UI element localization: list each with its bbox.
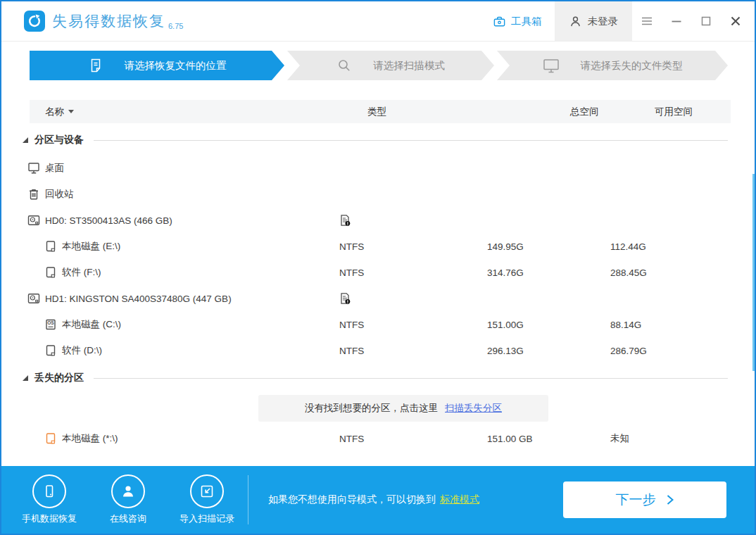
total-space: 314.76G bbox=[487, 267, 524, 277]
collapse-triangle-icon bbox=[23, 375, 28, 381]
online-consult-button[interactable]: 在线咨询 bbox=[97, 474, 159, 525]
sort-caret-icon bbox=[68, 110, 74, 113]
device-row[interactable]: 软件 (F:\)NTFS314.76G288.45G bbox=[1, 259, 755, 285]
action-label: 手机数据恢复 bbox=[22, 512, 77, 525]
fs-type: NTFS bbox=[339, 345, 364, 355]
consultant-icon bbox=[111, 474, 145, 508]
section-divider bbox=[94, 140, 728, 141]
document-icon bbox=[88, 58, 103, 73]
disk-info-icon bbox=[338, 291, 352, 306]
table-header: 名称 类型 总空间 可用空间 bbox=[30, 100, 731, 123]
app-logo-icon bbox=[24, 11, 45, 32]
fs-type: NTFS bbox=[339, 267, 364, 277]
step-label: 请选择恢复文件的位置 bbox=[125, 59, 227, 73]
minimize-icon bbox=[669, 14, 683, 28]
column-header-total: 总空间 bbox=[570, 106, 599, 118]
total-space: 151.00 GB bbox=[487, 433, 533, 443]
maximize-button[interactable] bbox=[691, 1, 721, 41]
recycle-bin-icon bbox=[27, 187, 41, 201]
section-title: 分区与设备 bbox=[34, 134, 84, 146]
device-row[interactable]: HD1: KINGSTON SA400S37480G (447 GB) bbox=[1, 285, 755, 311]
minimize-button[interactable] bbox=[662, 1, 691, 41]
mode-switch-text: 如果您不想使用向导模式，可以切换到标准模式 bbox=[268, 493, 479, 506]
maximize-icon bbox=[699, 14, 713, 28]
lost-partition-icon bbox=[44, 432, 58, 446]
device-row[interactable]: 回收站 bbox=[1, 181, 755, 207]
device-row[interactable]: 软件 (D:\)NTFS296.13G286.79G bbox=[1, 337, 755, 363]
device-name: HD0: ST3500413AS (466 GB) bbox=[45, 215, 172, 225]
footer-bar: 手机数据恢复 在线咨询 bbox=[1, 466, 755, 534]
next-step-button[interactable]: 下一步 bbox=[563, 482, 726, 518]
scrollbar-thumb[interactable] bbox=[752, 174, 755, 371]
monitor-icon bbox=[543, 58, 560, 74]
device-name: HD1: KINGSTON SA400S37480G (447 GB) bbox=[45, 293, 232, 303]
user-icon bbox=[569, 15, 582, 28]
phone-recovery-button[interactable]: 手机数据恢复 bbox=[18, 474, 80, 525]
phone-icon bbox=[32, 474, 66, 508]
column-header-name[interactable]: 名称 bbox=[45, 106, 74, 118]
action-label: 在线咨询 bbox=[110, 512, 146, 525]
total-space: 296.13G bbox=[487, 345, 524, 355]
action-label: 导入扫描记录 bbox=[179, 512, 234, 525]
login-button[interactable]: 未登录 bbox=[555, 1, 633, 41]
desktop-icon bbox=[27, 161, 41, 175]
toolbox-icon bbox=[493, 15, 506, 28]
menu-button[interactable] bbox=[632, 1, 662, 41]
step-label: 请选择扫描模式 bbox=[373, 59, 445, 73]
login-status-label: 未登录 bbox=[588, 15, 619, 28]
app-version: 6.75 bbox=[168, 22, 183, 30]
hamburger-menu-icon bbox=[640, 14, 654, 28]
device-row[interactable]: 桌面 bbox=[1, 155, 755, 181]
app-title: 失易得数据恢复 bbox=[52, 11, 165, 31]
lost-partition-notice-row: 没有找到想要的分区，点击这里扫描丢失分区 bbox=[1, 393, 755, 425]
partition-icon bbox=[44, 265, 58, 279]
app-window: 失易得数据恢复 6.75 工具箱 bbox=[0, 0, 756, 535]
device-row[interactable]: 本地磁盘 (*:\)NTFS151.00 GB未知 bbox=[1, 425, 755, 451]
partition-icon bbox=[44, 344, 58, 358]
device-name: 本地磁盘 (*:\) bbox=[62, 432, 118, 445]
step-select-file-type[interactable]: 请选择丢失的文件类型 bbox=[497, 51, 728, 80]
section-header[interactable]: 丢失的分区 bbox=[1, 363, 755, 393]
scan-lost-partitions-link[interactable]: 扫描丢失分区 bbox=[445, 402, 502, 415]
wizard-steps: 请选择恢复文件的位置 请选择扫描模式 请选择丢失的文件类型 bbox=[30, 51, 728, 80]
section-divider bbox=[94, 378, 728, 379]
device-name: 本地磁盘 (C:\) bbox=[62, 318, 121, 331]
free-space: 88.14G bbox=[610, 319, 641, 329]
free-space: 112.44G bbox=[610, 241, 646, 251]
device-row[interactable]: 本地磁盘 (E:\)NTFS149.95G112.44G bbox=[1, 233, 755, 259]
fs-type: NTFS bbox=[339, 319, 364, 329]
chevron-right-icon bbox=[666, 494, 674, 505]
total-space: 149.95G bbox=[487, 241, 524, 251]
fs-type: NTFS bbox=[339, 433, 364, 443]
standard-mode-link[interactable]: 标准模式 bbox=[440, 493, 479, 505]
free-space: 288.45G bbox=[610, 267, 647, 277]
device-name: 回收站 bbox=[45, 188, 74, 201]
hard-drive-icon bbox=[27, 213, 41, 227]
device-name: 软件 (F:\) bbox=[62, 266, 101, 279]
device-name: 软件 (D:\) bbox=[62, 344, 102, 357]
section-header[interactable]: 分区与设备 bbox=[1, 125, 755, 155]
disk-info-icon bbox=[338, 213, 352, 227]
device-row[interactable]: HD0: ST3500413AS (466 GB) bbox=[1, 207, 755, 233]
column-header-free: 可用空间 bbox=[655, 106, 693, 118]
toolbox-button[interactable]: 工具箱 bbox=[480, 1, 555, 41]
step-select-scan-mode[interactable]: 请选择扫描模式 bbox=[287, 51, 494, 80]
column-header-type: 类型 bbox=[367, 106, 386, 118]
close-icon bbox=[729, 14, 743, 28]
os-partition-icon: OS bbox=[44, 317, 58, 332]
total-space: 151.00G bbox=[487, 319, 524, 329]
device-name: 桌面 bbox=[45, 162, 64, 175]
step-select-location[interactable]: 请选择恢复文件的位置 bbox=[30, 51, 284, 80]
device-row[interactable]: OS本地磁盘 (C:\)NTFS151.00G88.14G bbox=[1, 311, 755, 337]
toolbox-label: 工具箱 bbox=[511, 15, 542, 28]
import-scan-record-button[interactable]: 导入扫描记录 bbox=[176, 474, 238, 525]
import-icon bbox=[190, 474, 224, 508]
footer-divider bbox=[248, 475, 248, 524]
free-space: 未知 bbox=[610, 432, 629, 445]
svg-text:OS: OS bbox=[47, 320, 54, 325]
close-button[interactable] bbox=[721, 1, 750, 41]
device-name: 本地磁盘 (E:\) bbox=[62, 240, 120, 253]
title-bar: 失易得数据恢复 6.75 工具箱 bbox=[1, 1, 755, 42]
collapse-triangle-icon bbox=[23, 137, 28, 143]
lost-partition-notice: 没有找到想要的分区，点击这里扫描丢失分区 bbox=[258, 395, 548, 422]
